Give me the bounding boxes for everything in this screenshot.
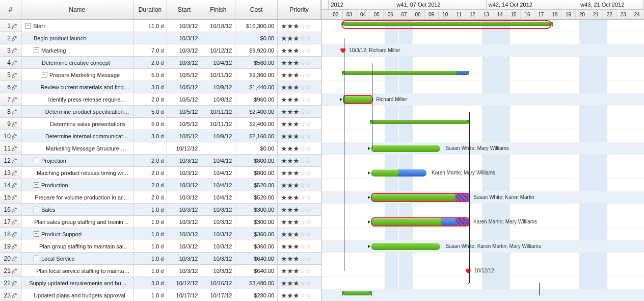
cost-cell[interactable]: $520.00 [235,179,278,191]
duration-cell[interactable] [133,142,168,154]
cost-cell[interactable]: $560.00 [235,57,278,68]
finish-cell[interactable]: 10/18/12 [201,20,235,32]
finish-cell[interactable]: 10/11/12 [201,118,235,130]
priority-cell[interactable]: ★★★☆☆ [278,57,321,68]
col-header-start[interactable]: Start [167,0,201,19]
expand-toggle[interactable]: − [34,158,39,163]
cost-cell[interactable]: $2,400.00 [235,106,278,117]
start-cell[interactable]: 10/3/12 [167,179,201,191]
table-row[interactable]: 23 Updated plans and budgets approval 1.… [0,289,321,301]
task-name-cell[interactable]: Determine sales presentations [21,118,133,130]
table-row[interactable]: 1 −Start 11.0 d 10/3/12 10/18/12 $16,300… [0,20,321,32]
finish-cell[interactable]: 10/4/12 [201,155,235,166]
table-row[interactable]: 12 −Projection 2.0 d 10/3/12 10/4/12 $80… [0,155,321,167]
priority-cell[interactable]: ★★★☆☆ [278,142,321,154]
gantt-chart[interactable]: 2012w41, 07 Oct 2012w42, 14 Oct 2012w43,… [321,0,644,301]
table-row[interactable]: 18 −Product Support 1.0 d 10/3/12 10/3/1… [0,228,321,240]
col-header-pri[interactable]: Priority [278,0,321,19]
start-cell[interactable]: 10/5/12 [167,81,201,93]
priority-cell[interactable]: ★★★☆☆ [278,20,321,32]
task-bar[interactable] [371,217,470,227]
summary-bar[interactable] [371,120,468,124]
priority-cell[interactable]: ★★★☆☆ [278,253,321,264]
task-bar[interactable] [371,169,426,177]
duration-cell[interactable]: 7.0 d [133,44,168,56]
duration-cell[interactable]: 5.0 d [133,106,168,117]
duration-cell[interactable]: 1.0 d [133,204,168,215]
cost-cell[interactable]: $0.00 [235,32,278,44]
priority-cell[interactable]: ★★★☆☆ [278,106,321,117]
task-name-cell[interactable]: Determine internal communication needs [21,130,133,142]
table-row[interactable]: 21 Plan local service staffing to mainta… [0,265,321,277]
task-name-cell[interactable]: −Production [21,179,133,191]
priority-cell[interactable]: ★★★☆☆ [278,191,321,203]
duration-cell[interactable]: 2.0 d [133,93,168,105]
duration-cell[interactable]: 3.0 d [133,277,168,289]
finish-cell[interactable]: 10/4/12 [201,179,235,191]
table-row[interactable]: 15 Prepare for volume production in acco… [0,191,321,204]
task-name-cell[interactable]: −Prepare Marketing Message [21,69,133,81]
expand-toggle[interactable]: − [34,231,39,237]
priority-cell[interactable]: ★★★☆☆ [278,179,321,191]
duration-cell[interactable]: 11.0 d [133,20,168,32]
col-header-name[interactable]: Name [21,0,133,19]
finish-cell[interactable] [201,142,235,154]
gantt-row[interactable]: Susan White; Karen Martin; Mary Williams [321,240,644,253]
table-row[interactable]: 8 Determine product specification materi… [0,106,321,118]
cost-cell[interactable]: $300.00 [235,216,278,228]
gantt-row[interactable]: Susan White; Mary Williams [321,142,644,155]
start-cell[interactable]: 10/5/12 [167,93,201,105]
gantt-row[interactable] [321,69,644,81]
cost-cell[interactable]: $3,480.00 [235,277,278,289]
task-name-cell[interactable]: −Marketing [21,44,133,56]
table-row[interactable]: 3 −Marketing 7.0 d 10/3/12 10/12/12 $9,9… [0,44,321,57]
duration-cell[interactable]: 2.0 d [133,179,168,191]
gantt-row[interactable]: Susan White; Karen Martin [321,191,644,204]
duration-cell[interactable]: 3.0 d [133,130,168,142]
duration-cell[interactable]: 2.0 d [133,167,168,179]
start-cell[interactable]: 10/12/12 [167,277,201,289]
finish-cell[interactable]: 10/3/12 [201,240,235,252]
table-row[interactable]: 5 −Prepare Marketing Message 5.0 d 10/5/… [0,69,321,81]
start-cell[interactable]: 10/3/12 [167,155,201,166]
table-row[interactable]: 6 Review current materials and find out … [0,81,321,93]
task-name-cell[interactable]: Review current materials and find out ne… [21,81,133,93]
priority-cell[interactable]: ★★★☆☆ [278,130,321,142]
table-row[interactable]: 11 Marketing Message Structure Complete … [0,142,321,155]
duration-cell[interactable]: 5.0 d [133,69,168,81]
table-row[interactable]: 13 Matching product release timing with … [0,167,321,179]
start-cell[interactable]: 10/17/12 [167,289,201,301]
duration-cell[interactable]: 5.0 d [133,118,168,130]
duration-cell[interactable]: 1.0 d [133,216,168,228]
duration-cell[interactable]: 2.0 d [133,191,168,203]
task-name-cell[interactable]: Updated plans and budgets approval [21,289,133,301]
expand-toggle[interactable]: − [34,182,39,188]
summary-bar[interactable] [343,71,468,75]
duration-cell[interactable]: 1.0 d [133,228,168,240]
cost-cell[interactable]: $9,920.00 [235,44,278,56]
cost-cell[interactable]: $960.00 [235,93,278,105]
table-row[interactable]: 16 −Sales 1.0 d 10/3/12 10/3/12 $300.00 … [0,204,321,216]
task-name-cell[interactable]: Marketing Message Structure Complete [21,142,133,154]
task-name-cell[interactable]: −Local Service [21,253,133,264]
priority-cell[interactable]: ★★★☆☆ [278,277,321,289]
duration-cell[interactable]: 3.0 d [133,81,168,93]
finish-cell[interactable]: 10/4/12 [201,57,235,68]
task-name-cell[interactable]: Determine product specification material… [21,106,133,117]
col-header-dur[interactable]: Duration [133,0,168,19]
start-cell[interactable]: 10/3/12 [167,216,201,228]
gantt-row[interactable]: Karen Martin; Mary Williams [321,216,644,228]
start-cell[interactable]: 10/3/12 [167,167,201,179]
table-row[interactable]: 2 Begin product launch 10/3/12 $0.00 ★★★… [0,32,321,44]
expand-toggle[interactable]: − [25,23,31,29]
task-name-cell[interactable]: Plan local service staffing to maintain … [21,265,133,277]
priority-cell[interactable]: ★★★☆☆ [278,204,321,215]
start-cell[interactable]: 10/5/12 [167,130,201,142]
priority-cell[interactable]: ★★★☆☆ [278,118,321,130]
cost-cell[interactable]: $16,300.00 [235,20,278,32]
table-row[interactable]: 19 Plan group staffing to maintain sales… [0,240,321,253]
finish-cell[interactable]: 10/9/12 [201,130,235,142]
cost-cell[interactable]: $1,440.00 [235,81,278,93]
task-name-cell[interactable]: Determine creative concept [21,57,133,68]
finish-cell[interactable]: 10/3/12 [201,265,235,277]
